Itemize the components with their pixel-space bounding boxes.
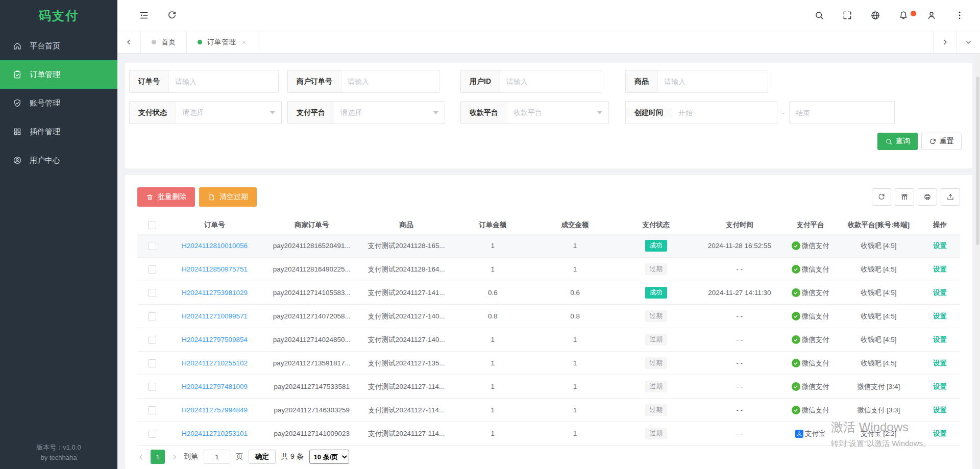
goto-confirm-button[interactable]: 确定 [249,450,276,464]
refresh-icon[interactable] [167,10,177,20]
tabs-scroll-left-icon[interactable] [117,31,141,53]
pay-platform: 微信支付 [792,335,829,344]
pay-time: - - [696,430,783,437]
row-checkbox[interactable] [148,312,156,320]
filter-input[interactable] [658,70,768,92]
tabs-menu-icon[interactable] [957,31,980,53]
paid-amount: 1 [534,406,616,414]
pay-platform: 微信支付 [792,406,829,415]
row-settings-link[interactable]: 设置 [933,312,947,320]
pay-time: 2024-11-28 16:52:55 [696,242,783,250]
select-all-checkbox[interactable] [148,221,156,229]
order-number-link[interactable]: H2024112797509854 [182,336,248,343]
filter-input[interactable] [169,70,278,92]
row-checkbox[interactable] [148,265,156,274]
pay-platform-name: 微信支付 [802,241,829,251]
row-settings-link[interactable]: 设置 [933,289,947,297]
sidebar-item-plugins[interactable]: 插件管理 [0,117,117,146]
column-filter-button[interactable] [895,188,914,206]
filter-select[interactable]: 请选择 [176,102,281,124]
clear-expired-button[interactable]: 清空过期 [199,187,257,207]
page-number-current[interactable]: 1 [151,450,165,464]
print-button[interactable] [918,188,937,206]
language-globe-icon[interactable] [870,10,880,20]
row-checkbox[interactable] [148,336,156,344]
order-number-link[interactable]: H2024112710099571 [182,312,248,320]
wechat-pay-icon [792,359,800,367]
reset-button[interactable]: 重置 [921,133,962,150]
filter-label: 用户ID [461,70,500,92]
user-circle-icon [13,156,22,165]
fullscreen-icon[interactable] [842,10,852,20]
filter-input[interactable] [500,70,603,92]
row-checkbox[interactable] [148,289,156,297]
wechat-pay-icon [792,288,800,297]
tabs-scroll-right-icon[interactable] [933,31,957,53]
sidebar-item-home[interactable]: 平台首页 [0,32,117,60]
user-avatar-icon[interactable] [926,10,937,20]
order-number-link[interactable]: H2024112810010056 [182,242,248,250]
order-number-link[interactable]: H2024112797481009 [182,383,248,390]
goto-page-input[interactable] [204,450,230,464]
row-settings-link[interactable]: 设置 [933,336,947,343]
table-row: H2024112810010056pay2024112816520491...支… [137,234,960,258]
row-checkbox[interactable] [148,242,156,250]
version-author: by techhaha [0,453,117,463]
order-number-link[interactable]: H2024112850975751 [182,265,248,273]
sidebar-item-user-center[interactable]: 用户中心 [0,146,117,175]
filter-group-1-3: 用户ID [460,70,603,93]
status-badge: 过期 [645,310,667,322]
row-checkbox[interactable] [148,430,156,438]
close-icon[interactable] [241,39,247,45]
search-icon[interactable] [814,10,824,20]
order-number-link[interactable]: H2024112757994849 [182,406,248,414]
filter-group-1-4: 商品 [625,70,768,93]
wechat-pay-icon [792,406,800,414]
filter-select[interactable]: 收款平台 [507,102,608,124]
order-number-link[interactable]: H2024112710255102 [182,359,248,367]
row-settings-link[interactable]: 设置 [933,406,947,414]
row-settings-link[interactable]: 设置 [933,430,947,437]
row-settings-link[interactable]: 设置 [933,265,947,273]
row-settings-link[interactable]: 设置 [933,383,947,390]
more-menu-icon[interactable] [954,10,965,20]
date-end-input[interactable] [790,109,894,117]
scrollbar-thumb[interactable] [976,77,979,245]
tab-home[interactable]: 首页 [141,31,187,53]
order-number-link[interactable]: H2024112710253101 [182,430,248,437]
row-checkbox[interactable] [148,383,156,391]
row-checkbox[interactable] [148,406,156,414]
receiver-platform: 收钱吧 [4:5] [838,335,920,344]
next-page-icon[interactable] [170,453,178,461]
sidebar-item-orders[interactable]: 订单管理 [0,60,117,89]
tab-bar: 首页订单管理 [117,31,980,54]
tab-orders[interactable]: 订单管理 [187,31,258,53]
page-size-select[interactable]: 10 条/页 [309,450,349,464]
pay-platform: 微信支付 [792,288,829,298]
status-badge: 过期 [645,428,667,439]
pay-platform-name: 微信支付 [802,359,829,368]
notifications-bell-icon[interactable] [898,10,909,20]
order-number-link[interactable]: H2024112753981029 [182,289,248,297]
pay-time: - - [696,406,783,414]
merchant-order-no: pay2024112713591817... [262,359,361,367]
sidebar-item-label: 订单管理 [30,70,60,80]
caret-down-icon [597,111,602,114]
scrollbar-track[interactable] [975,54,980,469]
query-button[interactable]: 查询 [877,133,918,150]
batch-delete-button[interactable]: 批量删除 [137,187,195,207]
row-settings-link[interactable]: 设置 [933,242,947,250]
row-checkbox[interactable] [148,359,156,367]
row-settings-link[interactable]: 设置 [933,359,947,367]
export-button[interactable] [941,188,960,206]
prev-page-icon[interactable] [137,453,145,461]
table-refresh-button[interactable] [872,188,891,206]
home-icon [13,41,22,51]
date-start-input[interactable] [672,109,777,117]
sidebar-item-accounts[interactable]: 账号管理 [0,89,117,117]
filter-select[interactable]: 请选择 [334,102,445,124]
filter-input[interactable] [341,70,439,92]
pay-platform: 微信支付 [792,382,829,391]
menu-fold-icon[interactable] [139,10,149,20]
table-toolbar: 批量删除 清空过期 [137,187,960,207]
